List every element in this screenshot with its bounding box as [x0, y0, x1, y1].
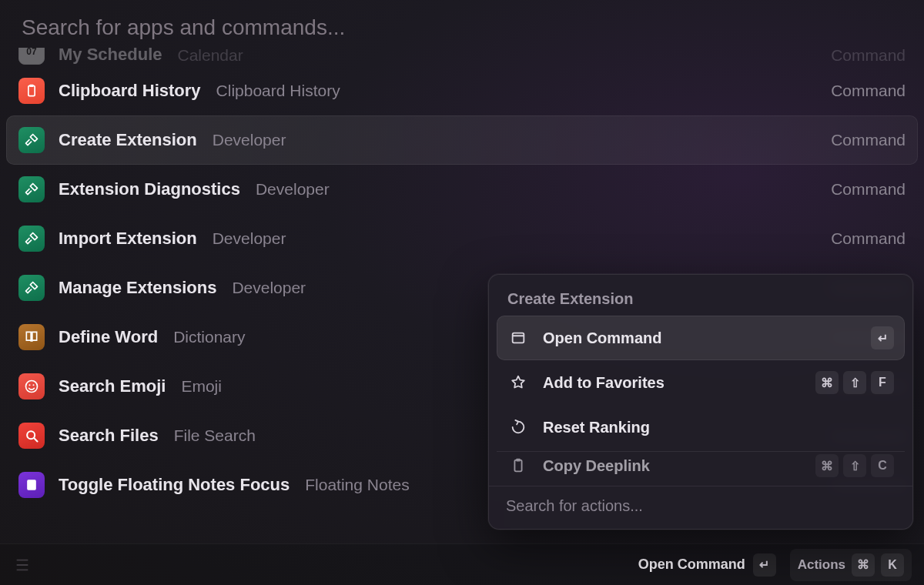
key-icon: ⌘ — [815, 371, 839, 394]
command-type-label: Command — [831, 131, 906, 149]
command-subtitle: Developer — [256, 180, 330, 199]
command-name: Manage Extensions — [59, 278, 216, 298]
command-row[interactable]: Clipboard HistoryClipboard HistoryComman… — [6, 66, 918, 115]
command-row[interactable]: Extension DiagnosticsDeveloperCommand — [6, 165, 918, 214]
k-key-icon: K — [881, 553, 904, 577]
command-subtitle: File Search — [174, 426, 256, 445]
footer-actions-button[interactable]: Actions ⌘ K — [790, 549, 912, 581]
action-label: Add to Favorites — [543, 374, 665, 392]
command-key-icon: ⌘ — [852, 553, 875, 577]
command-subtitle: Dictionary — [173, 328, 245, 346]
action-label: Copy Deeplink — [543, 457, 650, 475]
command-type-label: Command — [831, 48, 906, 65]
command-row[interactable]: Create ExtensionDeveloperCommand — [6, 115, 918, 165]
command-name: Define Word — [59, 327, 158, 347]
search-icon — [18, 423, 45, 449]
action-row[interactable]: Open Command↵ — [497, 316, 905, 360]
command-name: Import Extension — [59, 229, 197, 249]
enter-key-icon: ↵ — [753, 553, 776, 577]
command-row[interactable]: Import ExtensionDeveloperCommand — [6, 214, 918, 263]
launcher-window: 07My ScheduleCalendarCommandClipboard Hi… — [0, 0, 924, 585]
emoji-icon — [18, 373, 45, 399]
command-name: Toggle Floating Notes Focus — [59, 475, 290, 495]
key-icon: ⇧ — [843, 454, 866, 477]
actions-search-input[interactable] — [506, 497, 896, 515]
command-name: Search Files — [59, 426, 159, 446]
command-name: Search Emoji — [59, 376, 166, 396]
command-name: Create Extension — [59, 130, 197, 150]
actions-list: Open Command↵Add to Favorites⌘⇧FReset Ra… — [489, 316, 912, 484]
command-name: Clipboard History — [59, 81, 201, 101]
hammer-icon — [18, 176, 45, 202]
actions-search-bar — [489, 486, 912, 529]
star-icon — [507, 372, 529, 393]
action-row[interactable]: Reset Ranking — [497, 405, 905, 450]
cal-icon: 07 — [18, 48, 45, 65]
footer-primary-label: Open Command — [638, 557, 745, 573]
command-subtitle: Calendar — [177, 48, 243, 65]
clipboard-icon — [18, 78, 45, 104]
command-subtitle: Clipboard History — [216, 82, 340, 100]
command-name: Extension Diagnostics — [59, 179, 240, 199]
command-subtitle: Emoji — [181, 377, 222, 396]
key-icon: ↵ — [871, 326, 894, 349]
footer-primary-action[interactable]: Open Command ↵ — [638, 553, 776, 577]
command-type-label: Command — [831, 82, 906, 100]
search-input[interactable] — [22, 15, 902, 40]
actions-popup: Create Extension Open Command↵Add to Fav… — [488, 274, 913, 530]
command-subtitle: Developer — [232, 279, 306, 297]
action-row[interactable]: Copy Deeplink⌘⇧C — [497, 452, 905, 480]
hammer-icon — [18, 226, 45, 252]
notes-icon — [18, 472, 45, 498]
book-icon — [18, 324, 45, 350]
reset-icon — [507, 416, 529, 438]
command-subtitle: Developer — [213, 229, 286, 248]
footer-actions-label: Actions — [798, 557, 845, 573]
key-icon: ⇧ — [843, 371, 866, 394]
window-icon — [507, 327, 529, 349]
command-subtitle: Floating Notes — [305, 476, 409, 494]
action-label: Reset Ranking — [543, 419, 650, 436]
command-subtitle: Developer — [213, 131, 286, 149]
clipboard-icon — [507, 455, 529, 476]
hammer-icon — [18, 127, 45, 153]
command-type-label: Command — [831, 180, 906, 199]
key-icon: C — [871, 454, 894, 477]
footer-bar: Open Command ↵ Actions ⌘ K — [0, 543, 924, 585]
search-bar — [0, 0, 924, 48]
command-row[interactable]: 07My ScheduleCalendarCommand — [6, 48, 918, 66]
action-label: Open Command — [543, 329, 661, 347]
app-logo-icon — [14, 557, 31, 573]
command-name: My Schedule — [59, 48, 162, 65]
hammer-icon — [18, 275, 45, 301]
action-shortcut: ⌘⇧F — [815, 371, 894, 394]
action-shortcut: ⌘⇧C — [815, 454, 894, 477]
action-row[interactable]: Add to Favorites⌘⇧F — [497, 360, 905, 405]
action-shortcut: ↵ — [871, 326, 894, 349]
key-icon: ⌘ — [815, 454, 839, 477]
actions-popup-title: Create Extension — [489, 275, 912, 316]
key-icon: F — [871, 371, 894, 394]
command-type-label: Command — [831, 229, 906, 248]
